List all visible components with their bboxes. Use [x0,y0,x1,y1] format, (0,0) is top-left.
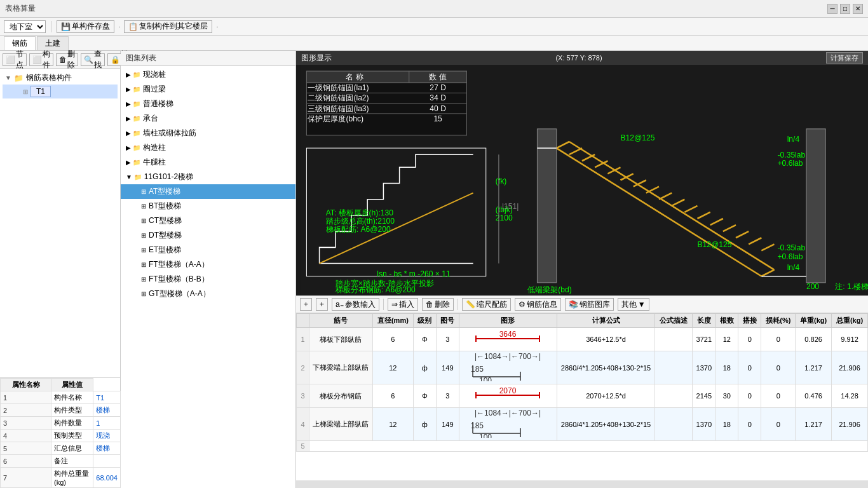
prop-value-cell[interactable] [93,455,121,468]
cell-figno: 149 [436,351,459,384]
close-button[interactable]: ✕ [853,4,863,14]
find-button[interactable]: 🔍 查找 [81,53,105,66]
left-toolbar: ⬜ 节点 ⬜ 构件 🗑 删除 🔍 查找 🔒 锁定 ▶ [0,51,120,69]
prop-value-cell[interactable]: 68.004 [93,468,121,488]
cell-figno: 149 [436,408,459,441]
tree-root[interactable]: ▼ 📁 钢筋表格构件 [3,71,118,85]
save-component-button[interactable]: 💾 单构件存盘 [57,20,114,33]
catalog-item-11g101[interactable]: ▼ 📁 11G101-2楼梯 [121,170,295,184]
stair-diagram-svg: 名 称 数 值 一级钢筋锚固(la1) 27 D 二级钢筋锚固(la2) 34 … [296,65,868,295]
delete-left-button[interactable]: 🗑 删除 [56,53,78,66]
cat-label: AT型楼梯 [149,186,180,197]
diagram-area: 图形显示 (X: 577 Y: 878) 计算保存 名 称 数 值 [296,51,868,295]
cat-label: CT型楼梯 [149,215,182,226]
catalog-item-putonglouti[interactable]: ▶ 📁 普通楼梯 [121,97,295,111]
table-row-empty[interactable]: 5 [297,441,868,452]
prop-value-cell[interactable]: 1 [93,417,121,430]
catalog-item-FT_AA[interactable]: ⊞ FT型楼梯（A-A） [121,257,295,272]
app-title: 表格算量 [5,3,36,14]
col-shape: 图形 [459,314,557,328]
svg-text:+0.6lab: +0.6lab [778,159,803,168]
cell-count: 30 [715,384,738,408]
toolbar-separator-1 [51,21,51,32]
cell-shape: 3646 [459,328,557,351]
calculate-save-button[interactable]: 计算保存 [826,52,863,64]
horizontal-scrollbar[interactable] [296,480,868,488]
prop-value-header: 属性值 [51,379,93,391]
insert-button[interactable]: ⇒ 插入 [388,298,418,311]
col-total-weight: 总重(kg) [832,314,868,328]
maximize-button[interactable]: □ [840,4,850,14]
svg-text:ln/4: ln/4 [787,263,800,272]
cat-label: 构造柱 [143,142,166,153]
prop-value-cell[interactable]: 现浇 [93,430,121,442]
catalog-item-FT_BB[interactable]: ⊞ FT型楼梯（B-B） [121,272,295,287]
svg-text:注: 1.楼梯板钢筋信息也可查: 注: 1.楼梯板钢筋信息也可查 [835,282,868,291]
scale-rebar-button[interactable]: 📏 缩尺配筋 [462,298,511,311]
main-area: ⬜ 节点 ⬜ 构件 🗑 删除 🔍 查找 🔒 锁定 ▶ [0,51,868,488]
cat-expand-icon: ▶ 📁 [126,71,140,78]
cell-desc [655,408,693,441]
tab-row: 钢筋 土建 [0,36,868,51]
rebar-info-icon: ⚙ [519,300,526,309]
add-row-button[interactable]: + [300,298,312,311]
left-panel: ⬜ 节点 ⬜ 构件 🗑 删除 🔍 查找 🔒 锁定 ▶ [0,51,121,488]
insert-above-button[interactable]: + [316,298,328,311]
params-input-button[interactable]: a₌ 参数输入 [332,298,379,311]
catalog-item-gouzaozhu[interactable]: ▶ 📁 构造柱 [121,140,295,155]
catalog-item-chengtai[interactable]: ▶ 📁 承台 [121,111,295,126]
prop-name-cell: 汇总信息 [51,442,93,455]
table-row[interactable]: 4 上梯梁端上部纵筋 12 ф 149 |←1084→|←700→| 100 1… [297,408,868,441]
cat-expand-icon: ⊞ [141,232,146,239]
rebar-table: 筋号 直径(mm) 级别 图号 图形 计算公式 公式描述 长度 根数 搭接 损耗… [296,313,868,452]
rebar-lib-button[interactable]: 📚 钢筋图库 [565,298,614,311]
floor-select[interactable]: 地下室 [4,20,46,33]
col-count: 根数 [715,314,738,328]
catalog-item-AT[interactable]: ⊞ AT型楼梯 [121,184,295,199]
minimize-button[interactable]: ─ [827,4,837,14]
svg-rect-61 [806,129,825,283]
rebar-info-button[interactable]: ⚙ 钢筋信息 [515,298,561,311]
cell-rebar-name: 梯板分布钢筋 [309,384,373,408]
svg-text:100: 100 [479,433,492,438]
svg-text:(fk): (fk) [496,177,506,186]
table-row[interactable]: 3 梯板分布钢筋 6 Φ 3 2070 2070+12.5*d 2145 30 … [297,384,868,408]
prop-value-cell[interactable]: 楼梯 [93,404,121,417]
table-row[interactable]: 1 梯板下部纵筋 6 Φ 3 3646 3646+12.5*d 3721 12 … [297,328,868,351]
catalog-item-qiangzhushaji[interactable]: ▶ 📁 墙柱或砌体拉筋 [121,126,295,140]
table-row[interactable]: 2 下梯梁端上部纵筋 12 ф 149 |←1084→|←700→| 100 1… [297,351,868,384]
other-button[interactable]: 其他 ▼ [618,298,649,311]
catalog-item-xianzhuang[interactable]: ▶ 📁 现浇桩 [121,67,295,82]
catalog-item-guoguliang[interactable]: ▶ 📁 圈过梁 [121,82,295,97]
node-icon: ⬜ [6,55,15,64]
delete-row-button[interactable]: 🗑 删除 [422,298,454,311]
dropdown-icon: ▼ [638,300,646,309]
svg-text:|151|: |151| [502,202,519,211]
property-row: 4 预制类型 现浇 [1,430,121,442]
cell-formula: 2860/4*1.205+408+130-2*15 [557,351,655,384]
cat-expand-icon: ▶ 📁 [126,86,140,93]
cat-expand-icon: ⊞ [141,247,146,254]
catalog-item-niutuizhu[interactable]: ▶ 📁 牛腿柱 [121,155,295,170]
row-index: 1 [297,328,309,351]
cat-expand-icon: ⊞ [141,188,146,195]
prop-value-cell[interactable]: 楼梯 [93,442,121,455]
tab-civil[interactable]: 土建 [37,36,69,50]
catalog-item-CT[interactable]: ⊞ CT型楼梯 [121,214,295,228]
catalog-item-GT_AA[interactable]: ⊞ GT型楼梯（A-A） [121,287,295,301]
diagram-title: 图形显示 [301,53,332,64]
col-unit-weight: 单重(kg) [796,314,832,328]
catalog-item-BT[interactable]: ⊞ BT型楼梯 [121,199,295,214]
node-button[interactable]: ⬜ 节点 [3,53,27,66]
catalog-item-ET[interactable]: ⊞ ET型楼梯 [121,243,295,257]
catalog-item-DT[interactable]: ⊞ DT型楼梯 [121,228,295,243]
cell-desc [655,351,693,384]
prop-value-cell[interactable]: T1 [93,391,121,404]
copy-component-button[interactable]: 📋 复制构件到其它楼层 [124,20,212,33]
col-formula: 计算公式 [557,314,655,328]
tree-item-T1[interactable]: ⊞ T1 [3,85,118,98]
col-loss: 损耗(%) [761,314,796,328]
row-index-5: 5 [297,441,309,452]
delete-icon: 🗑 [59,55,67,64]
component-button[interactable]: ⬜ 构件 [29,53,53,66]
